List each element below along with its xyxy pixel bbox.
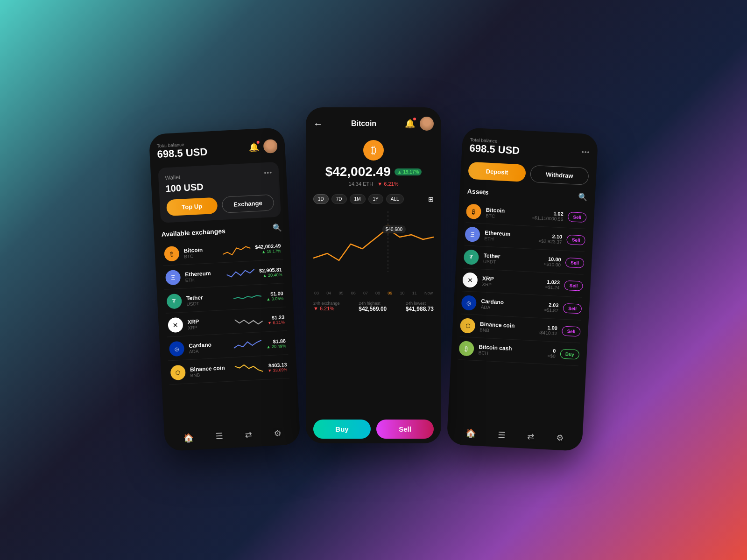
filter-1y[interactable]: 1Y [368,194,383,204]
price-chart [313,211,434,277]
buy-button[interactable]: Buy [313,420,371,439]
wallet-card: Wallet ••• 100 USD Top Up Exchange [158,162,281,223]
center-coin-area: ₿ $42,002.49 ▲ 19.17% 14.34 ETH ▼ 6.21% [313,140,434,187]
right-nav-list[interactable]: ☰ [498,430,506,441]
x-06: 06 [351,291,356,295]
nav-list[interactable]: ☰ [215,431,223,442]
x-03: 03 [314,291,319,295]
bnb-price-group: $403.13 ▼ 33.69% [267,362,287,373]
eth-price-group: $2,905.81 ▲ 20.40% [259,266,282,278]
center-bell-icon[interactable]: 🔔 [405,119,415,129]
back-button[interactable]: ← [313,119,323,129]
asset-xrp-info: XRP XRP [482,275,546,290]
ada-icon: ◎ [169,341,185,357]
avatar-image [263,139,278,154]
ada-chart [233,337,262,353]
asset-bnb-icon: ⬡ [460,318,476,334]
asset-eth-info: Ethereum ETH [484,229,539,244]
nav-home[interactable]: 🏠 [183,433,194,443]
usdt-info: Tether USDT [186,293,229,307]
filter-all[interactable]: ALL [386,194,404,204]
left-balance-group: Total balance 698.5 USD [156,141,207,161]
asset-bnb-sell[interactable]: Sell [562,326,581,336]
stat-exchange: 24h exchange ▼ 6.21% [313,301,340,312]
topup-button[interactable]: Top Up [166,197,218,217]
exchanges-title: Available exchanges [161,227,226,238]
wallet-menu[interactable]: ••• [264,168,273,176]
time-filters: 1D 7D 1M 1Y ALL ⊞ [313,194,434,204]
withdraw-button[interactable]: Withdraw [530,165,589,185]
exchange-button[interactable]: Exchange [222,194,275,213]
eth-price-row: 14.34 ETH ▼ 6.21% [349,181,399,187]
right-nav-exchange[interactable]: ⇄ [527,431,535,442]
btc-main-icon: ₿ [363,140,384,161]
asset-xrp-amount-group: 1.023 ≈$1.24 [545,279,560,290]
x-07: 07 [363,291,368,295]
center-action-buttons: Buy Sell [313,420,434,439]
asset-eth-sell[interactable]: Sell [566,234,585,245]
left-header: Total balance 698.5 USD 🔔 [156,137,278,161]
btc-info: Bitcoin BTC [183,245,218,259]
assets-header: Assets 🔍 [467,187,588,202]
assets-title: Assets [467,187,489,196]
right-nav-home[interactable]: 🏠 [465,428,476,439]
crypto-list: ₿ Bitcoin BTC $42,002.49 ▲ 19.17% Ξ [162,237,292,429]
asset-bch-buy[interactable]: Buy [560,349,579,359]
stat-lowest: 24h lowest $41,988.73 [406,301,434,312]
left-balance-value: 698.5 USD [157,146,208,161]
asset-bnb-usd: ≈$410.12 [537,329,557,336]
asset-bch-usd: ≈$0 [548,353,556,359]
lowest-value: $41,988.73 [406,306,434,312]
notification-dot [256,140,259,143]
asset-ada-info: Cardano ADA [481,298,545,313]
asset-btc-amount-group: 1.02 ≈$1,110000.56 [532,209,564,221]
assets-search-icon[interactable]: 🔍 [578,192,588,202]
asset-ada-sell[interactable]: Sell [563,303,582,314]
bnb-chart [234,361,263,377]
bnb-change: ▼ 33.69% [268,367,287,373]
asset-xrp-amount: 1.023 [545,279,560,285]
center-notification-dot [413,118,416,120]
nav-settings[interactable]: ⚙ [274,428,282,439]
center-avatar[interactable] [420,117,434,131]
filter-1d[interactable]: 1D [313,194,329,204]
right-nav-settings[interactable]: ⚙ [556,433,564,443]
right-menu[interactable]: ••• [581,148,590,156]
eth-change: ▲ 20.40% [259,272,282,278]
search-icon[interactable]: 🔍 [272,223,282,232]
asset-btc-sell[interactable]: Sell [568,211,587,222]
asset-bch-icon: ₿ [458,341,474,357]
eth-change: ▼ 6.21% [377,181,398,187]
filter-1m[interactable]: 1M [350,194,366,204]
asset-btc-info: Bitcoin BTC [486,206,533,220]
deposit-button[interactable]: Deposit [468,162,526,182]
asset-ada-icon: ◎ [461,295,477,311]
asset-usdt-sell[interactable]: Sell [565,257,585,268]
right-balance-group: Total balance 698.5 USD [469,137,520,157]
asset-xrp-sell[interactable]: Sell [564,280,583,291]
x-08: 08 [375,291,380,295]
asset-bnb-info: Binance coin BNB [479,321,538,335]
usdt-change: ▲ 0.05% [266,296,283,301]
chart-filter-icon[interactable]: ⊞ [428,196,434,203]
lowest-label: 24h lowest [406,301,434,306]
sell-button[interactable]: Sell [376,420,434,439]
avatar[interactable] [263,139,278,154]
stat-highest: 24h highest $42,569.00 [359,301,387,312]
right-header: Total balance 698.5 USD ••• [469,137,591,161]
bell-icon[interactable]: 🔔 [248,141,259,152]
highest-label: 24h highest [359,301,387,306]
nav-exchange[interactable]: ⇄ [245,429,252,440]
filter-7d[interactable]: 7D [331,194,347,204]
asset-usdt-icon: ₮ [464,249,479,265]
asset-eth-amount-group: 2.10 ≈$2,923.37 [538,232,562,245]
center-avatar-image [420,117,434,131]
xrp-price-group: $1.23 ▼ 6.21% [267,314,285,325]
usdt-icon: ₮ [166,294,182,309]
x-now: Now [424,291,433,295]
chart-price-label: $40,680 [382,225,406,233]
xrp-icon: ✕ [168,317,183,333]
right-balance-value: 698.5 USD [469,142,520,157]
x-09: 09 [388,291,392,295]
eth-info: Ethereum ETH [185,269,222,283]
